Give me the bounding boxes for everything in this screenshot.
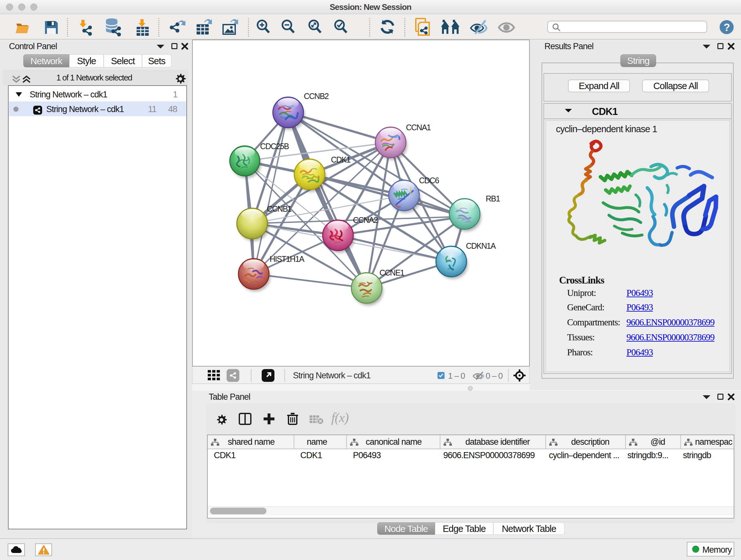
svg-text:CDK1: CDK1 — [331, 155, 350, 164]
svg-text:CDKN1A: CDKN1A — [466, 241, 496, 250]
svg-text:CDC6: CDC6 — [419, 176, 439, 185]
svg-text:HIST1H1A: HIST1H1A — [270, 254, 305, 263]
svg-text:CCNA1: CCNA1 — [406, 123, 431, 132]
svg-text:CCNB1: CCNB1 — [267, 204, 292, 213]
svg-text:CDC25B: CDC25B — [260, 142, 289, 151]
svg-text:CCNE1: CCNE1 — [380, 268, 404, 277]
svg-text:CCNA2: CCNA2 — [353, 215, 378, 225]
svg-text:CCNB2: CCNB2 — [304, 91, 329, 101]
svg-text:RB1: RB1 — [486, 194, 500, 203]
